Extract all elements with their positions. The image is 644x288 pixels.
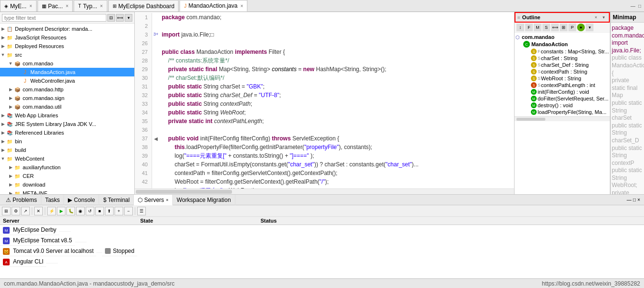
tab-maximize-btn[interactable]: □ bbox=[637, 3, 642, 9]
tree-item-commando-http[interactable]: ▶ 📦 com.mandao.http bbox=[0, 85, 134, 94]
server-row-tomcat90[interactable]: 🐱 Tomcat v9.0 Server at localhost Stoppe… bbox=[0, 246, 137, 257]
hscroll-thumb[interactable] bbox=[136, 190, 232, 194]
tab-package[interactable]: ▦ Pac... × bbox=[38, 0, 73, 12]
console-icon: ▶ bbox=[68, 197, 72, 203]
server-restart-btn[interactable]: ↺ bbox=[86, 207, 94, 215]
tab-workspace-migration[interactable]: Workspace Migration bbox=[173, 195, 235, 205]
server-open-btn[interactable]: ↗ bbox=[21, 207, 30, 215]
tree-item-deployed[interactable]: ▶ 📁 Deployed Resources bbox=[0, 42, 134, 50]
tree-item-ref-libs[interactable]: ▶ 📚 Referenced Libraries bbox=[0, 128, 134, 137]
tab-problems[interactable]: ⚠ Problems bbox=[2, 195, 41, 205]
tab-close-type[interactable]: × bbox=[100, 3, 103, 9]
outline-hscroll-thumb[interactable] bbox=[516, 118, 545, 121]
server-row-angular[interactable]: A Angular CLI bbox=[0, 257, 137, 267]
outline-item-dofilter[interactable]: M doFilter(ServletRequest, Ser... bbox=[515, 95, 610, 102]
tree-label-commando-sign: com.mandao.sign bbox=[23, 95, 64, 101]
outline-sort-btn[interactable]: ↕ bbox=[516, 24, 524, 31]
outline-static-btn[interactable]: S bbox=[542, 24, 550, 31]
bottom-maximize-btn[interactable]: □ bbox=[633, 197, 636, 202]
tree-item-auxfunc[interactable]: ▶ 📁 auxiliaryfunction bbox=[0, 163, 134, 172]
tree-item-download[interactable]: ▶ 📁 download bbox=[0, 180, 134, 189]
editor-hscroll[interactable] bbox=[135, 188, 514, 194]
tab-console[interactable]: ▶ Console bbox=[64, 195, 99, 205]
server-row-derby[interactable]: M MyEclipse Derby bbox=[0, 225, 137, 236]
bottom-close-btn[interactable]: × bbox=[637, 197, 640, 202]
outline-fields-btn[interactable]: F bbox=[525, 24, 533, 31]
outline-item-charsetdef[interactable]: S S charSet_Def : String bbox=[515, 62, 610, 68]
link-editor-btn[interactable]: ⟺ bbox=[116, 14, 124, 22]
outline-class[interactable]: C MandaoAction bbox=[515, 40, 610, 48]
tab-dashboard[interactable]: ⊞ MyEclipse Dashboard bbox=[108, 0, 179, 12]
tree-item-src[interactable]: ▼ 📁 src bbox=[0, 50, 134, 59]
code-editor[interactable]: 1 package com.mandao; 2 3 3+ import java… bbox=[135, 12, 514, 188]
tab-servers[interactable]: ⬡ Servers × bbox=[134, 195, 173, 205]
outline-item-contextpathlength[interactable]: S S contextPathLength : int bbox=[515, 82, 610, 88]
tab-close-myeclipse[interactable]: × bbox=[29, 3, 32, 9]
server-publish-btn[interactable]: ⬆ bbox=[105, 207, 114, 215]
outline-item-charset[interactable]: S S charSet : String bbox=[515, 55, 610, 62]
tab-tasks[interactable]: Tasks bbox=[41, 195, 64, 205]
outline-item-webroot[interactable]: S S WebRoot : String bbox=[515, 75, 610, 82]
new-server-btn[interactable]: ⊞ bbox=[2, 207, 11, 215]
tab-mandaoaction[interactable]: J MandaoAction.java × bbox=[180, 0, 247, 12]
outline-public-btn[interactable]: P bbox=[568, 24, 576, 31]
servers-tab-close[interactable]: × bbox=[166, 198, 168, 202]
tree-item-webcontroller[interactable]: J WebController.java bbox=[0, 76, 134, 85]
server-profile-btn[interactable]: ◉ bbox=[76, 207, 85, 215]
tree-item-webcontent[interactable]: ▼ 📁 WebContent bbox=[0, 154, 134, 163]
outline-item-loadproperty[interactable]: M loadPropertyFile(String, Ma... bbox=[515, 109, 610, 115]
filter-input[interactable] bbox=[2, 14, 106, 22]
server-remove-btn[interactable]: − bbox=[124, 207, 133, 215]
tree-item-deployment[interactable]: ▶ 📋 Deployment Descriptor: manda... bbox=[0, 25, 134, 33]
outline-close-btn[interactable]: × bbox=[592, 14, 599, 21]
left-panel: ⊟ ⟺ ▾ ▶ 📋 Deployment Descriptor: manda..… bbox=[0, 12, 135, 194]
tab-close-package[interactable]: × bbox=[66, 3, 69, 9]
server-debug-btn[interactable]: 🐛 bbox=[66, 207, 75, 215]
tree-item-cer[interactable]: ▶ 📁 CER bbox=[0, 172, 134, 180]
server-list-btn[interactable]: ☰ bbox=[137, 207, 146, 215]
tree-label-commando-util: com.mandao.util bbox=[23, 104, 62, 110]
outline-item-init[interactable]: M init(FilterConfig) : void bbox=[515, 88, 610, 95]
view-menu-btn[interactable]: ▾ bbox=[125, 14, 132, 22]
tab-type[interactable]: T Typ... × bbox=[74, 0, 107, 12]
server-config-btn[interactable]: ⚙ bbox=[12, 207, 20, 215]
tree-item-mandaoaction[interactable]: J MandaoAction.java bbox=[0, 68, 134, 76]
tab-close-mandaoaction[interactable]: × bbox=[240, 3, 243, 9]
java-tab-icon: J bbox=[184, 3, 186, 9]
tree-item-commando[interactable]: ▼ 📦 com.mandao bbox=[0, 59, 134, 68]
outline-menu-btn[interactable]: ▾ bbox=[600, 14, 607, 21]
tree-item-bin[interactable]: ▶ 📁 bin bbox=[0, 137, 134, 146]
server-start-btn[interactable]: ▶ bbox=[57, 207, 65, 215]
outline-hscroll[interactable] bbox=[515, 116, 610, 121]
outline-green-btn[interactable]: ● bbox=[577, 24, 585, 31]
outline-methods-btn[interactable]: M bbox=[534, 24, 541, 31]
outline-root[interactable]: ⬡ com.mandao bbox=[515, 34, 610, 40]
server-delete-btn[interactable]: ✕ bbox=[34, 207, 43, 215]
outline-link-btn[interactable]: ⟺ bbox=[551, 24, 559, 31]
outline-item-destroy[interactable]: M destroy() : void bbox=[515, 102, 610, 109]
outline-item-constants[interactable]: S F constants : Map<String, Str... bbox=[515, 48, 610, 55]
tab-terminal[interactable]: $ Terminal bbox=[99, 195, 134, 205]
tab-minimize-btn[interactable]: — bbox=[630, 3, 636, 9]
tree-item-webapp-libs[interactable]: ▶ 📚 Web App Libraries bbox=[0, 111, 134, 120]
server-stop-btn[interactable]: ■ bbox=[95, 207, 104, 215]
server-add-btn[interactable]: + bbox=[115, 207, 123, 215]
tree-item-jre-libs[interactable]: ▶ 📚 JRE System Library [Java JDK V... bbox=[0, 120, 134, 128]
tree-item-commando-util[interactable]: ▶ 📦 com.mandao.util bbox=[0, 102, 134, 111]
bottom-toolbar: ⊞ ⚙ ↗ ✕ ⚡ ▶ 🐛 ◉ ↺ ■ ⬆ + − ☰ bbox=[0, 205, 644, 217]
server-row-tomcat85[interactable]: M MyEclipse Tomcat v8.5 bbox=[0, 236, 137, 246]
outline-item-contextpath[interactable]: S S contextPath : String bbox=[515, 68, 610, 75]
bottom-minimize-btn[interactable]: — bbox=[627, 197, 631, 202]
outline-collapse-btn[interactable]: ▾ bbox=[586, 24, 593, 31]
tree-item-metainf[interactable]: ▶ 📁 META-INF bbox=[0, 189, 134, 194]
tree-item-jsresources[interactable]: ▶ 📁 JavaScript Resources bbox=[0, 33, 134, 42]
outline-tree[interactable]: ⬡ com.mandao C MandaoAction S F bbox=[515, 33, 610, 116]
tab-myeclipse[interactable]: ◈ MyE... × bbox=[0, 0, 37, 12]
project-tree[interactable]: ▶ 📋 Deployment Descriptor: manda... ▶ 📁 … bbox=[0, 24, 134, 194]
collapse-all-btn[interactable]: ⊟ bbox=[107, 14, 115, 22]
code-line-32: 32 public static String charSet_Def = "U… bbox=[135, 91, 514, 100]
server-disconnect-btn[interactable]: ⚡ bbox=[47, 207, 56, 215]
tree-item-build[interactable]: ▶ 📁 build bbox=[0, 146, 134, 154]
tree-item-commando-sign[interactable]: ▶ 📦 com.mandao.sign bbox=[0, 94, 134, 102]
outline-filter-btn[interactable]: ⊞ bbox=[560, 24, 567, 31]
